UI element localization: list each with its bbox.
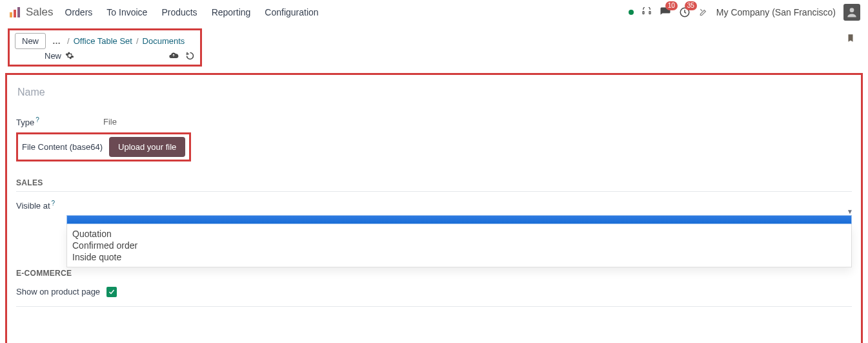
activities-badge: 35	[685, 1, 697, 10]
dropdown-selected[interactable]	[66, 215, 852, 224]
cloud-upload-icon[interactable]	[168, 50, 179, 61]
nav-configuration[interactable]: Configuration	[265, 7, 318, 17]
type-value[interactable]: File	[103, 117, 117, 127]
nav-products[interactable]: Products	[161, 7, 197, 17]
show-on-product-row: Show on product page	[16, 287, 852, 297]
svg-rect-0	[10, 12, 12, 17]
breadcrumb-parent[interactable]: Office Table Set	[74, 36, 132, 46]
dropdown-option[interactable]: Inside quote	[70, 251, 849, 263]
control-row: New … / Office Table Set / Documents New	[0, 25, 868, 69]
top-nav: Sales Orders To Invoice Products Reporti…	[0, 0, 868, 25]
breadcrumb-sep: /	[67, 36, 70, 46]
breadcrumb-sep: /	[136, 36, 139, 46]
svg-rect-1	[14, 10, 16, 17]
dropdown-option[interactable]: Quotation	[70, 228, 849, 240]
user-avatar[interactable]	[843, 4, 860, 21]
nav-orders[interactable]: Orders	[65, 7, 93, 17]
gear-icon[interactable]	[65, 51, 74, 60]
messages-badge: 10	[665, 1, 678, 10]
breadcrumb-current[interactable]: Documents	[143, 36, 185, 46]
ecommerce-section-title: E-COMMERCE	[16, 269, 852, 278]
visible-at-dropdown[interactable]: ▼ Quotation Confirmed order Inside quote	[66, 215, 852, 267]
nav-reporting[interactable]: Reporting	[212, 7, 251, 17]
svg-point-6	[850, 8, 854, 12]
sales-section-title: SALES	[16, 178, 852, 192]
file-content-row: File Content (base64) Upload your file	[16, 132, 191, 161]
presence-dot-icon	[629, 10, 634, 15]
show-on-product-checkbox[interactable]	[106, 287, 117, 297]
nav-items: Orders To Invoice Products Reporting Con…	[65, 7, 319, 17]
sales-section: SALES Visible at? ▼ Quotation Confirmed …	[16, 178, 852, 267]
app-title[interactable]: Sales	[26, 6, 54, 19]
upload-file-button[interactable]: Upload your file	[109, 137, 185, 157]
help-icon[interactable]: ?	[35, 116, 39, 123]
chevron-down-icon[interactable]: ▼	[847, 208, 853, 215]
dropdown-panel: Quotation Confirmed order Inside quote	[66, 224, 852, 267]
type-row: Type? File	[16, 112, 852, 131]
nav-to-invoice[interactable]: To Invoice	[106, 7, 147, 17]
topnav-right: 10 35 My Company (San Francisco)	[629, 4, 860, 21]
bookmark-icon[interactable]	[846, 28, 860, 46]
show-on-product-label: Show on product page	[16, 287, 100, 296]
breadcrumb-sub: New	[45, 51, 61, 61]
type-label: Type?	[16, 116, 103, 127]
breadcrumb-block: New … / Office Table Set / Documents New	[8, 28, 202, 67]
svg-rect-4	[649, 12, 651, 14]
visible-at-label: Visible at?	[16, 200, 66, 211]
dropdown-option[interactable]: Confirmed order	[70, 240, 849, 251]
app-logo-icon	[8, 5, 22, 19]
form-sheet: Type? File File Content (base64) Upload …	[5, 73, 863, 343]
activities-button[interactable]: 35	[679, 6, 691, 18]
name-input[interactable]	[16, 83, 852, 112]
svg-rect-2	[17, 7, 20, 17]
file-content-label: File Content (base64)	[22, 142, 109, 152]
divider	[16, 306, 852, 307]
help-icon[interactable]: ?	[52, 200, 56, 207]
svg-rect-3	[643, 12, 644, 14]
discard-icon[interactable]	[185, 50, 195, 61]
company-selector[interactable]: My Company (San Francisco)	[716, 7, 836, 17]
phone-icon[interactable]	[641, 7, 652, 17]
messages-button[interactable]: 10	[660, 6, 671, 18]
new-button[interactable]: New	[15, 33, 46, 49]
tools-icon[interactable]	[698, 7, 709, 17]
breadcrumb-ellipsis[interactable]: …	[50, 36, 63, 46]
